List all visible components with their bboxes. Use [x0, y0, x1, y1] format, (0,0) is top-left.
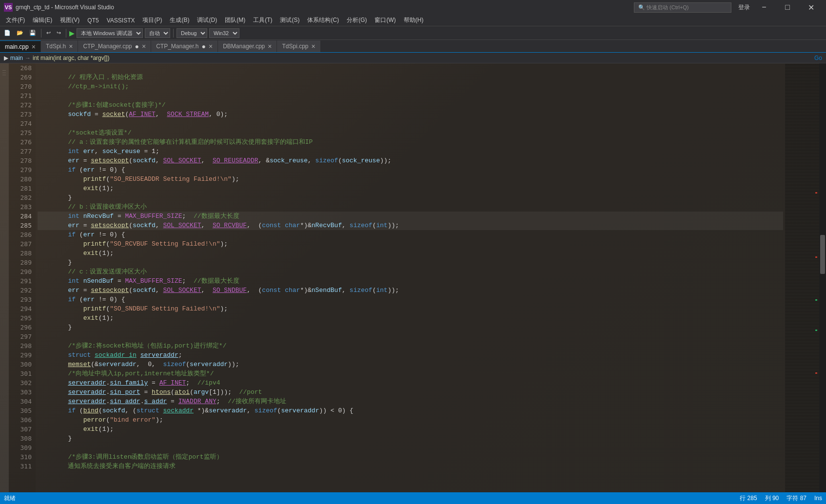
status-bar: 就绪 行 285 列 90 字符 87 Ins	[0, 492, 826, 504]
activity-bar: |||	[0, 63, 9, 492]
line-num-278: 278	[11, 156, 32, 165]
launch-mode-dropdown[interactable]: 自动	[145, 28, 170, 38]
window-controls: − □ ✕	[753, 0, 822, 15]
code-line-274	[38, 119, 783, 128]
code-line-269: // 程序入口，初始化资源	[38, 73, 783, 82]
line-num-274: 274	[11, 119, 32, 128]
minimap-indicator-4	[815, 330, 817, 331]
line-num-289: 289	[11, 258, 32, 267]
line-num-299: 299	[11, 350, 32, 360]
code-line-270: //ctp_m->init();	[38, 82, 783, 91]
tab-label-main-cpp: main.cpp	[5, 43, 29, 50]
menu-project[interactable]: 项目(P)	[138, 15, 166, 25]
toolbar-sep3	[173, 29, 174, 38]
menu-test[interactable]: 测试(S)	[276, 15, 303, 25]
build-config-dropdown[interactable]: Debug	[177, 28, 207, 38]
menu-view[interactable]: 视图(V)	[56, 15, 83, 25]
toolbar-open[interactable]: 📂	[15, 28, 25, 39]
minimize-button[interactable]: −	[753, 0, 775, 15]
breadcrumb-arrow: ▶	[4, 55, 8, 61]
breadcrumb-sep: →	[25, 55, 31, 61]
code-line-290: // c：设置发送缓冲区大小	[38, 267, 783, 276]
menu-team[interactable]: 团队(M)	[221, 15, 249, 25]
code-line-286: if (err != 0) {	[38, 230, 783, 239]
tab-close-dbmanager-cpp[interactable]: ×	[268, 43, 272, 50]
toolbar-sep2	[66, 29, 66, 38]
menu-analyze[interactable]: 分析(G)	[343, 15, 371, 25]
go-button[interactable]: Go	[814, 55, 822, 61]
code-line-283: // b：设置接收缓冲区大小	[38, 202, 783, 212]
code-line-310: /*步骤3:调用listen函数启动监听（指定port监听）	[38, 452, 783, 462]
breadcrumb-function[interactable]: int main(int argc, char *argv[])	[33, 55, 109, 61]
line-num-296: 296	[11, 323, 32, 332]
toolbar-new[interactable]: 📄	[2, 28, 13, 39]
code-content[interactable]: // 程序入口，初始化资源 //ctp_m->init(); /*步骤1:创建s…	[36, 63, 785, 492]
tab-main-cpp[interactable]: main.cpp ×	[0, 40, 41, 52]
menu-window[interactable]: 窗口(W)	[371, 15, 399, 25]
tab-ctp-manager-cpp[interactable]: CTP_Manager.cpp ● ×	[78, 40, 151, 52]
code-line-298: /*步骤2:将socket和地址（包括ip,port)进行绑定*/	[38, 341, 783, 350]
line-num-308: 308	[11, 434, 32, 443]
code-line-279: if (err != 0) {	[38, 165, 783, 174]
line-num-304: 304	[11, 397, 32, 406]
tab-label-ctp-manager-cpp: CTP_Manager.cpp	[83, 43, 132, 50]
line-num-279: 279	[11, 165, 32, 174]
toolbar-save[interactable]: 💾	[27, 28, 38, 39]
quick-launch-box[interactable]: 🔍 快速启动 (Ctrl+Q)	[634, 2, 731, 13]
toolbar-redo[interactable]: ↪	[55, 28, 63, 39]
code-line-311: 通知系统去接受来自客户端的连接请求	[38, 462, 783, 471]
tab-label-tdspi-h: TdSpi.h	[46, 43, 66, 50]
line-num-298: 298	[11, 341, 32, 350]
menu-architecture[interactable]: 体系结构(C)	[303, 15, 343, 25]
tab-close-ctp-manager-cpp[interactable]: ×	[142, 43, 146, 50]
status-char: 字符 87	[787, 494, 806, 503]
code-line-293: if (err != 0) {	[38, 295, 783, 304]
tab-close-tdspi-h[interactable]: ×	[69, 43, 73, 50]
minimap-indicator-3	[815, 299, 817, 301]
breadcrumb-scope[interactable]: main	[10, 55, 23, 61]
play-button[interactable]: ▶	[69, 29, 75, 37]
menu-qt5[interactable]: QT5	[83, 16, 102, 25]
menu-debug[interactable]: 调试(D)	[193, 15, 221, 25]
line-num-303: 303	[11, 388, 32, 397]
tab-modified-ctp-manager-cpp: ●	[135, 42, 139, 50]
minimap-indicator-2	[815, 256, 817, 258]
code-line-273: sockfd = socket(AF_INET, SOCK_STREAM, 0)…	[38, 110, 783, 119]
tab-dbmanager-cpp[interactable]: DBManager.cpp ×	[218, 40, 277, 52]
menu-vassistx[interactable]: VASSISTX	[103, 16, 139, 25]
scrollbar-thumb[interactable]	[820, 235, 825, 274]
menu-tools[interactable]: 工具(T)	[249, 15, 276, 25]
tab-close-tdspi-cpp[interactable]: ×	[311, 43, 315, 50]
maximize-button[interactable]: □	[776, 0, 799, 15]
tab-ctp-manager-h[interactable]: CTP_Manager.h ● ×	[151, 40, 218, 52]
menu-build[interactable]: 生成(B)	[166, 15, 193, 25]
close-button[interactable]: ✕	[800, 0, 822, 15]
line-numbers: 268 269 270 271 272 273 274 275 276 277 …	[9, 63, 36, 492]
code-line-281: exit(1);	[38, 184, 783, 193]
status-ready: 就绪	[4, 494, 16, 503]
debug-target-dropdown[interactable]: 本地 Windows 调试器	[77, 28, 143, 38]
title-right: 🔍 快速启动 (Ctrl+Q) 登录	[634, 2, 753, 13]
menu-file[interactable]: 文件(F)	[2, 15, 29, 25]
toolbar-undo[interactable]: ↩	[44, 28, 53, 39]
line-num-306: 306	[11, 415, 32, 425]
code-line-276: // a：设置套接字的属性使它能够在计算机重启的时候可以再次使用套接字的端口和I…	[38, 137, 783, 147]
tab-close-ctp-manager-h[interactable]: ×	[209, 43, 213, 50]
vs-logo: VS	[4, 3, 13, 12]
platform-dropdown[interactable]: Win32	[209, 28, 239, 38]
login-button[interactable]: 登录	[735, 2, 753, 13]
status-row: 行 285	[740, 494, 757, 503]
tab-modified-ctp-manager-h: ●	[202, 42, 206, 50]
menu-help[interactable]: 帮助(H)	[400, 15, 428, 25]
minimap	[785, 63, 819, 492]
tab-tdspi-cpp[interactable]: TdSpi.cpp ×	[277, 40, 320, 52]
menu-edit[interactable]: 编辑(E)	[29, 15, 56, 25]
scrollbar-track[interactable]	[819, 63, 826, 492]
tab-close-main-cpp[interactable]: ×	[32, 43, 36, 50]
app-title: gmqh_ctp_td - Microsoft Visual Studio	[16, 4, 634, 11]
tab-tdspi-h[interactable]: TdSpi.h ×	[41, 40, 79, 52]
activity-icon-1: |||	[0, 65, 8, 80]
code-line-299: struct sockaddr_in serveraddr;	[38, 350, 783, 360]
line-num-297: 297	[11, 332, 32, 341]
line-num-288: 288	[11, 249, 32, 258]
